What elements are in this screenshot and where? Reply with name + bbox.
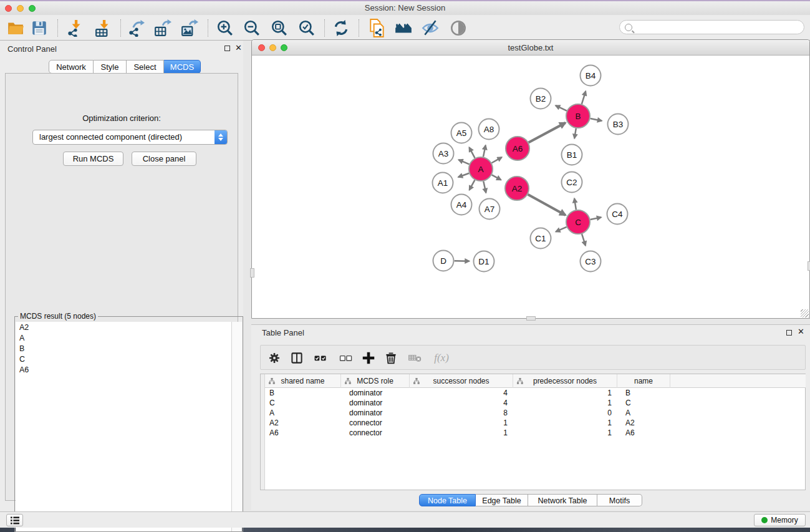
- delete-column-icon[interactable]: [407, 350, 423, 366]
- zoom-out-icon[interactable]: [242, 18, 262, 38]
- table-cell[interactable]: 4: [410, 389, 513, 399]
- run-mcds-button[interactable]: Run MCDS: [63, 152, 123, 166]
- add-row-icon[interactable]: [360, 350, 377, 366]
- table-cell[interactable]: B: [617, 389, 670, 399]
- export-table-icon[interactable]: [153, 18, 173, 38]
- table-cell[interactable]: A: [617, 409, 670, 418]
- mcds-result-item[interactable]: A6: [16, 364, 232, 375]
- graph-node-A1[interactable]: A1: [433, 173, 453, 193]
- graph-node-D1[interactable]: D1: [474, 251, 494, 272]
- mcds-result-item[interactable]: A2: [16, 322, 232, 332]
- graph-node-B4[interactable]: B4: [581, 65, 601, 86]
- close-window-button[interactable]: [5, 5, 12, 12]
- mcds-result-item[interactable]: B: [16, 343, 232, 354]
- table-cell[interactable]: connector: [341, 428, 410, 438]
- search-input[interactable]: [632, 23, 788, 32]
- table-cell[interactable]: 8: [410, 409, 513, 418]
- refresh-icon[interactable]: [331, 18, 351, 38]
- column-header-shared-name[interactable]: shared name: [265, 374, 341, 388]
- graph-node-C3[interactable]: C3: [581, 251, 601, 272]
- table-row[interactable]: Cdominator41C: [265, 399, 806, 409]
- table-cell[interactable]: A2: [617, 418, 670, 428]
- graph-node-B1[interactable]: B1: [562, 145, 582, 165]
- table-cell[interactable]: 1: [513, 418, 617, 428]
- resize-grip[interactable]: [801, 309, 809, 317]
- home-view-icon[interactable]: [393, 18, 413, 38]
- zoom-window-button[interactable]: [29, 5, 36, 12]
- criterion-dropdown[interactable]: largest connected component (directed): [32, 130, 228, 145]
- table-row[interactable]: A2connector11A2: [265, 418, 806, 428]
- export-image-icon[interactable]: [180, 18, 200, 38]
- tab-node-table[interactable]: Node Table: [419, 494, 476, 506]
- deselect-all-rows-icon[interactable]: [338, 350, 354, 366]
- table-row[interactable]: Adominator80A: [265, 409, 806, 418]
- close-table-panel-icon[interactable]: ✕: [798, 328, 804, 335]
- mcds-result-item[interactable]: C: [16, 354, 232, 364]
- tab-network[interactable]: Network: [49, 60, 94, 74]
- graph-node-D[interactable]: D: [433, 251, 454, 271]
- close-view-button[interactable]: [258, 44, 265, 51]
- graph-node-A8[interactable]: A8: [479, 119, 499, 140]
- maximize-view-button[interactable]: [281, 44, 287, 51]
- tab-mcds[interactable]: MCDS: [164, 60, 201, 74]
- zoom-fit-icon[interactable]: [269, 18, 289, 38]
- graph-node-A6[interactable]: A6: [506, 137, 529, 160]
- float-panel-icon[interactable]: [224, 46, 230, 51]
- graph-node-C1[interactable]: C1: [531, 228, 551, 249]
- network-canvas[interactable]: B4B2BB3A5A8A6A3AB1A1C2A2A4A7CC4C1C3DD1: [252, 56, 809, 318]
- column-header-name[interactable]: name: [617, 374, 670, 388]
- table-cell[interactable]: 1: [410, 428, 513, 438]
- graph-node-C2[interactable]: C2: [562, 172, 582, 193]
- table-cell[interactable]: 1: [410, 418, 513, 428]
- tab-network-table[interactable]: Network Table: [528, 494, 597, 506]
- table-cell[interactable]: A: [265, 409, 341, 418]
- import-network-icon[interactable]: [65, 18, 85, 38]
- table-cell[interactable]: 1: [513, 428, 617, 438]
- close-panel-button[interactable]: Close panel: [132, 152, 196, 166]
- zoom-selected-icon[interactable]: [297, 18, 317, 38]
- show-columns-icon[interactable]: [289, 350, 305, 366]
- minimize-window-button[interactable]: [17, 5, 24, 12]
- left-scrollbar-thumb[interactable]: [250, 268, 254, 278]
- open-session-icon[interactable]: [6, 18, 26, 38]
- table-row[interactable]: Bdominator41B: [265, 389, 806, 399]
- float-table-panel-icon[interactable]: [786, 330, 792, 336]
- memory-button[interactable]: Memory: [754, 514, 806, 526]
- search-field[interactable]: [619, 20, 804, 34]
- table-cell[interactable]: 4: [410, 399, 513, 409]
- table-cell[interactable]: dominator: [341, 399, 410, 409]
- network-window-titlebar[interactable]: testGlobe.txt: [252, 40, 809, 56]
- settings-gear-icon[interactable]: [266, 350, 282, 366]
- table-cell[interactable]: dominator: [341, 389, 410, 399]
- table-cell[interactable]: 1: [513, 389, 617, 399]
- table-cell[interactable]: 1: [513, 399, 617, 409]
- table-cell[interactable]: A6: [617, 428, 670, 438]
- save-session-icon[interactable]: [29, 18, 49, 38]
- column-header-mcds-role[interactable]: MCDS role: [341, 374, 410, 388]
- column-header-predecessor-nodes[interactable]: predecessor nodes: [513, 374, 617, 388]
- table-cell[interactable]: A2: [265, 418, 341, 428]
- zoom-in-icon[interactable]: [215, 18, 235, 38]
- graph-node-C4[interactable]: C4: [607, 204, 628, 225]
- result-scrollbar[interactable]: [231, 322, 242, 531]
- tab-motifs[interactable]: Motifs: [597, 494, 642, 506]
- graph-node-A5[interactable]: A5: [451, 123, 472, 143]
- minimize-view-button[interactable]: [269, 44, 276, 51]
- delete-row-icon[interactable]: [383, 350, 399, 366]
- close-panel-icon[interactable]: ✕: [235, 44, 242, 51]
- mcds-result-list[interactable]: A2ABCA6: [16, 322, 232, 531]
- table-cell[interactable]: B: [265, 389, 341, 399]
- mcds-result-item[interactable]: A: [16, 332, 232, 343]
- graph-node-B2[interactable]: B2: [531, 89, 551, 109]
- table-cell[interactable]: A6: [265, 428, 341, 438]
- tab-edge-table[interactable]: Edge Table: [476, 494, 528, 506]
- tab-style[interactable]: Style: [94, 60, 127, 74]
- import-table-icon[interactable]: [94, 18, 113, 38]
- table-cell[interactable]: C: [617, 399, 670, 409]
- select-all-rows-icon[interactable]: [312, 350, 329, 366]
- right-scrollbar-thumb[interactable]: [808, 261, 810, 271]
- show-panels-button[interactable]: [6, 514, 23, 526]
- table-cell[interactable]: 0: [513, 409, 617, 418]
- bottom-scrollbar-thumb[interactable]: [526, 316, 536, 321]
- graph-node-B[interactable]: B: [566, 104, 590, 128]
